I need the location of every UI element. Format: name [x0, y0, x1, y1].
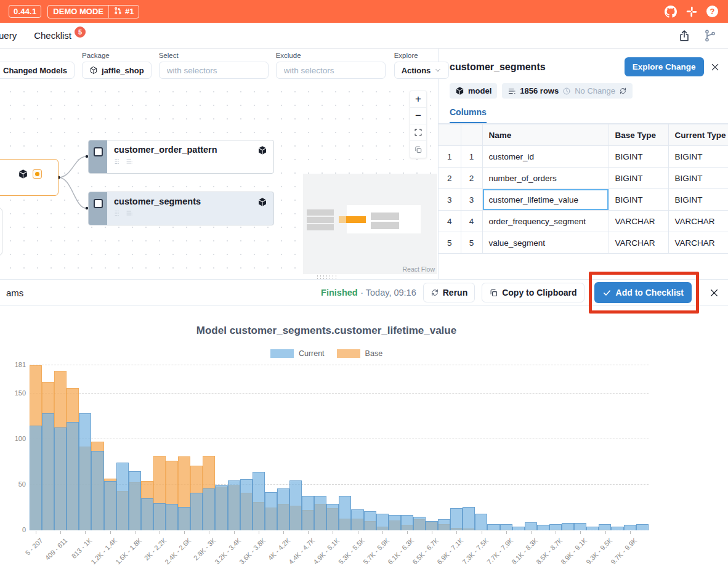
- help-icon[interactable]: ?: [706, 6, 718, 17]
- changed-models-button[interactable]: Changed Models: [0, 62, 75, 79]
- table-cell[interactable]: 4: [439, 211, 461, 232]
- x-axis-tick: [630, 531, 631, 534]
- table-cell[interactable]: BIGINT: [668, 168, 728, 189]
- modified-dot-badge: [33, 169, 42, 179]
- histogram-bin: [190, 365, 203, 530]
- table-row[interactable]: 55value_segmentVARCHARVARCHAR: [439, 232, 728, 254]
- lineage-graph[interactable]: customer_order_pattern: [0, 81, 438, 279]
- table-cell[interactable]: BIGINT: [609, 168, 668, 189]
- bar-current: [326, 504, 339, 530]
- explore-change-button[interactable]: Explore Change: [625, 57, 704, 76]
- minimap-node-modified: [346, 216, 366, 223]
- rows-mini-icon: [126, 209, 133, 217]
- node-customer-segments[interactable]: customer_segments: [88, 192, 274, 225]
- table-cell[interactable]: 3: [461, 189, 482, 211]
- histogram-bin: [302, 365, 314, 530]
- select-input[interactable]: [159, 62, 269, 79]
- table-row[interactable]: 33customer_lifetime_valueBIGINTBIGINT: [439, 189, 728, 211]
- tab-columns[interactable]: Columns: [450, 107, 487, 123]
- x-axis-tick: [184, 531, 185, 534]
- histogram-bin: [228, 365, 240, 530]
- lineage-toolbar: Changed Models Package jaffle_shop Selec…: [0, 49, 438, 81]
- chart-title: Model customer_segments.customer_lifetim…: [0, 325, 653, 337]
- table-cell[interactable]: BIGINT: [609, 146, 668, 168]
- run-title: ams: [6, 288, 23, 298]
- bar-current: [289, 480, 302, 530]
- close-run-panel-icon[interactable]: [709, 288, 719, 298]
- table-cell[interactable]: customer_lifetime_value: [482, 189, 609, 211]
- copy-to-clipboard-button[interactable]: Copy to Clipboard: [482, 283, 584, 302]
- slack-icon[interactable]: [686, 6, 697, 17]
- reactflow-attribution: React Flow: [402, 265, 435, 273]
- table-cell[interactable]: order_frequency_segment: [482, 211, 609, 232]
- copy-graph-button[interactable]: [410, 141, 426, 158]
- table-cell[interactable]: VARCHAR: [609, 211, 668, 232]
- close-detail-icon[interactable]: [710, 62, 720, 72]
- y-axis-tick-label: 150: [0, 389, 26, 397]
- zoom-in-button[interactable]: +: [410, 91, 426, 108]
- table-cell[interactable]: value_segment: [482, 232, 609, 254]
- x-axis-tick-label: 2.4K - 2.6K: [144, 536, 193, 585]
- x-axis-tick: [556, 531, 556, 534]
- histogram-bin: [265, 365, 277, 530]
- table-cell[interactable]: BIGINT: [668, 146, 728, 168]
- bar-current: [487, 524, 499, 530]
- table-cell[interactable]: VARCHAR: [668, 232, 728, 254]
- histogram-bin: [141, 365, 153, 530]
- actions-button[interactable]: Actions: [394, 62, 450, 79]
- model-badge-label: model: [468, 86, 491, 95]
- table-cell[interactable]: VARCHAR: [609, 232, 668, 254]
- node-checkbox[interactable]: [94, 199, 103, 208]
- table-cell[interactable]: 5: [439, 232, 461, 254]
- share-icon[interactable]: [677, 29, 691, 43]
- zoom-out-button[interactable]: −: [410, 108, 426, 124]
- x-axis-tick: [160, 531, 160, 534]
- x-axis-tick-label: 4.9K - 5.1K: [293, 536, 341, 585]
- columns-table: NameBase TypeCurrent Type 11customer_idB…: [439, 124, 728, 254]
- package-button[interactable]: jaffle_shop: [82, 62, 152, 79]
- source-node[interactable]: [0, 159, 59, 196]
- panel-resize-handle[interactable]: [316, 275, 338, 279]
- table-cell[interactable]: 5: [461, 232, 482, 254]
- table-cell[interactable]: BIGINT: [609, 189, 668, 211]
- table-row[interactable]: 11customer_idBIGINTBIGINT: [439, 146, 728, 168]
- histogram-bin: [314, 365, 326, 530]
- exclude-input[interactable]: [276, 62, 386, 79]
- node-customer-order-pattern[interactable]: customer_order_pattern: [88, 140, 274, 174]
- x-axis-tick: [482, 531, 482, 534]
- bar-current: [389, 515, 401, 530]
- git-graph-icon[interactable]: [703, 29, 717, 43]
- github-icon[interactable]: [665, 6, 677, 18]
- table-cell[interactable]: 3: [439, 189, 461, 211]
- table-cell[interactable]: customer_id: [482, 146, 609, 168]
- graph-minimap[interactable]: React Flow: [303, 174, 437, 274]
- fit-view-button[interactable]: [410, 124, 426, 141]
- table-cell[interactable]: 1: [439, 146, 461, 168]
- table-row[interactable]: 44order_frequency_segmentVARCHARVARCHAR: [439, 211, 728, 232]
- tab-checklist[interactable]: Checklist 5: [34, 30, 86, 41]
- x-axis-tick: [308, 531, 309, 534]
- x-axis-tick-label: 8.5K - 8.7K: [516, 536, 564, 585]
- add-to-checklist-button[interactable]: Add to Checklist: [594, 282, 692, 303]
- pr-segment[interactable]: #1: [108, 6, 139, 18]
- bar-current: [178, 507, 190, 530]
- table-cell[interactable]: 2: [461, 168, 482, 189]
- table-cell[interactable]: 4: [461, 211, 482, 232]
- row-count-badge: 1856 rows No Change: [502, 83, 633, 99]
- table-cell[interactable]: VARCHAR: [668, 211, 728, 232]
- node-checkbox[interactable]: [94, 147, 103, 156]
- table-cell[interactable]: number_of_orders: [482, 168, 609, 189]
- table-row[interactable]: 22number_of_ordersBIGINTBIGINT: [439, 168, 728, 189]
- histogram-bin: [104, 365, 116, 530]
- bar-current: [624, 525, 636, 530]
- table-cell[interactable]: 2: [439, 168, 461, 189]
- bar-current: [463, 507, 475, 530]
- tab-query[interactable]: uery: [0, 30, 17, 41]
- offscreen-node[interactable]: [0, 208, 2, 256]
- table-cell[interactable]: 1: [461, 146, 482, 168]
- rerun-button[interactable]: Rerun: [423, 283, 475, 302]
- bar-current: [215, 485, 227, 530]
- refresh-icon[interactable]: [619, 87, 627, 95]
- x-axis-tick-label: 5.7K - 5.9K: [342, 536, 390, 585]
- table-cell[interactable]: BIGINT: [668, 189, 728, 211]
